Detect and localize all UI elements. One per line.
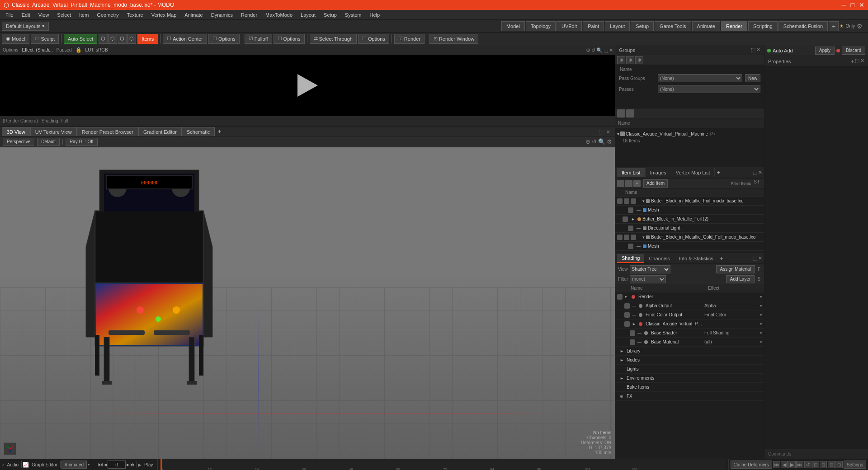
- rec-2[interactable]: ⊡: [835, 461, 843, 468]
- g-icon-2[interactable]: ⊕: [626, 56, 634, 64]
- new-pass-groups-btn[interactable]: New: [745, 74, 760, 82]
- tr-2[interactable]: ◀: [781, 461, 788, 468]
- menu-view[interactable]: View: [35, 11, 53, 19]
- menu-geometry[interactable]: Geometry: [93, 11, 122, 19]
- prop-ctrl-1[interactable]: ⬚: [855, 58, 859, 65]
- layout-tab-animate[interactable]: Animate: [692, 21, 720, 31]
- auto-select-btn[interactable]: Auto Select: [64, 34, 97, 44]
- menu-setup[interactable]: Setup: [320, 11, 340, 19]
- eye-2[interactable]: [628, 207, 633, 213]
- menu-maxtomodo[interactable]: MaxToModo: [262, 11, 296, 19]
- audio-btn[interactable]: Audio: [5, 460, 21, 469]
- select-through-btn[interactable]: ⇄ Select Through: [310, 34, 357, 44]
- shading-tabs-add[interactable]: +: [718, 254, 725, 263]
- add-layer-btn[interactable]: Add Layer: [726, 275, 755, 283]
- filter-select[interactable]: (none): [630, 275, 666, 283]
- assign-material-btn[interactable]: Assign Material: [716, 265, 755, 273]
- play-btn[interactable]: Play: [142, 460, 155, 469]
- menu-edit[interactable]: Edit: [18, 11, 34, 19]
- il-add-btn[interactable]: +: [633, 180, 641, 187]
- falloff-btn[interactable]: ☑ Falloff: [245, 34, 272, 44]
- item-tabs-add[interactable]: +: [715, 168, 722, 177]
- tab-3d-view[interactable]: 3D View: [2, 127, 30, 136]
- options-label[interactable]: Options: [3, 47, 18, 52]
- pass-groups-select[interactable]: (None): [658, 74, 742, 82]
- menu-dynamics[interactable]: Dynamics: [208, 11, 236, 19]
- viewport-tab-add[interactable]: +: [215, 127, 224, 136]
- shade-row-baseshader[interactable]: — Base Shader Full Shading ▾: [615, 329, 764, 338]
- il-filter-icon2[interactable]: F: [758, 179, 760, 188]
- graph-editor-btn[interactable]: Graph Editor: [30, 460, 59, 469]
- layout-tab-layout[interactable]: Layout: [605, 21, 630, 31]
- tab-vertex-map[interactable]: Vertex Map List: [671, 168, 715, 177]
- passes-select[interactable]: (None): [658, 85, 760, 93]
- layout-tab-schematic[interactable]: Schematic Fusion: [778, 21, 828, 31]
- shade-row-arcade[interactable]: ► Classic_Arcade_Virtual_Pinball_Machin …: [615, 320, 764, 329]
- sh-eye-bs[interactable]: [630, 330, 635, 336]
- tab-render-preset-browser[interactable]: Render Preset Browser: [77, 127, 138, 136]
- timeline-ruler[interactable]: 0 12 24 36 48 60 72 84 96 108 120: [160, 459, 725, 470]
- shade-row-finalcolor[interactable]: — Final Color Output Final Color ▾: [615, 310, 764, 320]
- prop-ctrl-2[interactable]: ✕: [860, 58, 864, 65]
- shade-row-nodes[interactable]: ► Nodes: [615, 356, 764, 365]
- sh-s-btn[interactable]: S: [756, 277, 761, 282]
- menu-help[interactable]: Help: [366, 11, 383, 19]
- shade-row-render[interactable]: ▾ Render ▾: [615, 292, 764, 301]
- sh-f-btn[interactable]: F: [757, 267, 761, 272]
- 3d-viewport[interactable]: 000000 No Items Channels: 0 Deformers: O…: [0, 147, 615, 459]
- options1-btn[interactable]: ☐ Options: [208, 34, 240, 44]
- menu-system[interactable]: System: [341, 11, 365, 19]
- add-item-btn[interactable]: Add Item: [643, 179, 668, 188]
- tab-item-list[interactable]: Item List: [617, 168, 646, 177]
- pb-end[interactable]: ⏭: [130, 461, 136, 468]
- sh-ctrl-2[interactable]: ✕: [758, 255, 762, 261]
- minimize-btn[interactable]: ─: [842, 1, 846, 9]
- vis-eye-2[interactable]: [626, 109, 634, 118]
- item-row-7[interactable]: ► Butter_Block_in_Metallic_Gold_Foil (2): [615, 251, 764, 253]
- menu-select[interactable]: Select: [53, 11, 75, 19]
- menu-animate[interactable]: Animate: [181, 11, 206, 19]
- mode-icon-2[interactable]: ⬡: [108, 34, 117, 44]
- it-ctrl-1[interactable]: ⬚: [753, 169, 757, 175]
- item-row-6[interactable]: — Mesh: [615, 242, 764, 251]
- maximize-btn[interactable]: □: [851, 1, 854, 9]
- groups-close[interactable]: ✕: [756, 47, 760, 53]
- item-row-5[interactable]: ▾ Butter_Block_in_Metallic_Gold_Foil_mod…: [615, 233, 764, 242]
- prop-expand[interactable]: +: [850, 58, 854, 65]
- groups-expand[interactable]: ⬚: [751, 47, 755, 53]
- shade-row-environments[interactable]: ► Environments: [615, 374, 764, 383]
- tr-4[interactable]: ⏭: [796, 461, 803, 468]
- tr-3[interactable]: ▶: [788, 461, 796, 468]
- loop-3[interactable]: ⊡: [820, 461, 827, 468]
- rec-1[interactable]: ⊡: [828, 461, 835, 468]
- eye-5b[interactable]: [624, 235, 629, 240]
- options2-btn[interactable]: ☐ Options: [274, 34, 305, 44]
- shade-row-lights[interactable]: Lights: [615, 365, 764, 374]
- vp-r-1[interactable]: ⊕: [585, 138, 590, 145]
- render-ctrl-3[interactable]: 🔍: [596, 47, 603, 53]
- frame-input[interactable]: [108, 461, 126, 469]
- eye-7[interactable]: [623, 253, 628, 253]
- pb-prev-frame[interactable]: ◂: [104, 461, 107, 468]
- default-layouts-selector[interactable]: Default Layouts ▾: [2, 22, 49, 31]
- tab-channels[interactable]: Channels: [644, 254, 674, 263]
- vp-ctrl-2[interactable]: ✕: [605, 128, 611, 136]
- settings-btn[interactable]: Settings: [844, 461, 866, 469]
- render-ctrl-5[interactable]: ✕: [609, 47, 613, 53]
- animated-btn[interactable]: Animated: [61, 461, 87, 469]
- mode-icon-1[interactable]: ⬡: [99, 34, 108, 44]
- play-button[interactable]: [297, 74, 318, 97]
- sh-eye-a[interactable]: [624, 303, 630, 309]
- view-select[interactable]: Shader Tree: [630, 265, 670, 273]
- eye-1b[interactable]: [624, 198, 629, 204]
- layout-tab-model[interactable]: Model: [501, 21, 525, 31]
- options3-btn[interactable]: ☐ Options: [358, 34, 389, 44]
- menu-file[interactable]: File: [2, 11, 17, 19]
- layout-tab-topology[interactable]: Topology: [526, 21, 556, 31]
- sh-eye-bm[interactable]: [630, 339, 635, 345]
- menu-item[interactable]: Item: [75, 11, 92, 19]
- apply-btn[interactable]: Apply: [815, 47, 835, 55]
- menu-layout[interactable]: Layout: [297, 11, 319, 19]
- eye-5c[interactable]: [631, 235, 636, 240]
- sh-eye-r[interactable]: [617, 294, 623, 300]
